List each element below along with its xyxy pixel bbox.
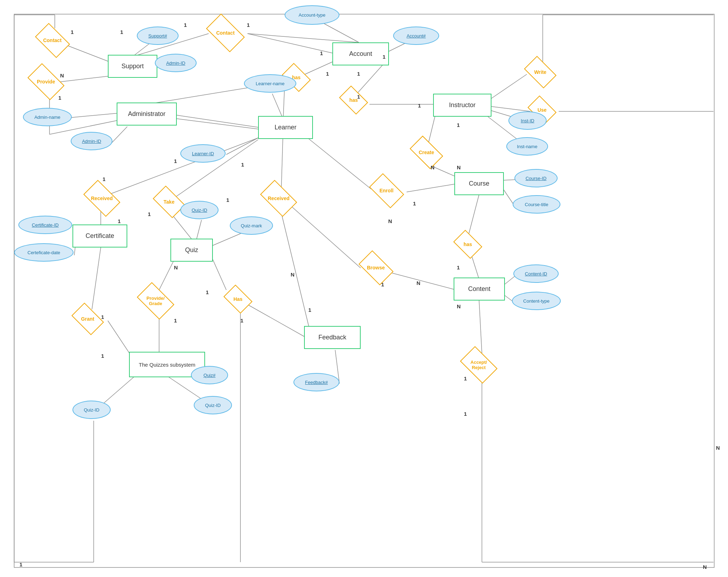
attr-admin-name-label: Admin-name	[34, 115, 60, 120]
entity-content: Content	[454, 278, 505, 301]
attr-certificate-date-label: Certeficate-date	[28, 250, 60, 255]
card-n6: N	[417, 280, 420, 286]
attr-inst-name: Inst-name	[506, 137, 548, 156]
svg-line-51	[290, 205, 361, 268]
relationship-received-left: Received	[81, 186, 123, 211]
relationship-has-quiz-feedback: Has	[222, 288, 254, 310]
card-3: 1	[184, 22, 187, 28]
entity-certificate: Certificate	[72, 225, 127, 247]
entity-administrator-label: Administrator	[128, 110, 165, 118]
attr-quiz-id-take-label: Quiz-ID	[192, 208, 207, 213]
attr-quiz-mark: Quiz-mark	[230, 216, 273, 235]
entity-support: Support	[108, 55, 157, 78]
entity-quiz-label: Quiz	[185, 246, 198, 254]
entity-quizzes-subsystem-label: The Quizzes subsystem	[139, 362, 195, 368]
relationship-write: Write	[523, 60, 558, 84]
card-5: 1	[58, 95, 61, 101]
relationship-received-right: Received	[257, 186, 300, 211]
attr-content-id: Content-ID	[513, 264, 559, 283]
relationship-contact-center: Contact	[203, 19, 247, 46]
attr-admin-id-support: Admin-ID	[155, 54, 197, 72]
attr-course-title-label: Course-title	[525, 202, 548, 207]
relationship-has-course-content: has	[452, 233, 484, 255]
card-10: 1	[383, 54, 385, 60]
svg-line-52	[479, 301, 482, 354]
card-n3: N	[457, 164, 461, 170]
card-23: 1	[226, 197, 229, 203]
attr-account-hash-label: Account#	[407, 33, 426, 39]
svg-line-61	[212, 258, 226, 290]
card-9: 1	[357, 94, 360, 100]
attr-certificate-id-label: Certificate-ID	[32, 222, 59, 228]
card-28: 1	[308, 307, 311, 313]
card-13: 1	[413, 200, 416, 206]
entity-administrator: Administrator	[117, 103, 177, 126]
relationship-enroll: Enroll	[367, 179, 406, 203]
card-22: 1	[174, 158, 177, 164]
svg-line-24	[226, 138, 258, 155]
card-25: 1	[174, 317, 177, 324]
attr-inst-id: Inst-ID	[508, 111, 547, 130]
attr-content-type-label: Content-type	[523, 298, 549, 304]
card-n8: N	[703, 564, 707, 570]
card-2: 1	[120, 29, 123, 35]
attr-support-hash: Support#	[137, 27, 179, 45]
card-27: 1	[240, 317, 243, 324]
entity-instructor: Instructor	[433, 94, 491, 117]
attr-admin-id-support-label: Admin-ID	[166, 60, 185, 66]
card-30: 1	[101, 353, 104, 359]
svg-line-59	[159, 262, 173, 290]
entity-instructor-label: Instructor	[449, 101, 476, 109]
svg-line-46	[468, 194, 479, 235]
card-n1: N	[60, 72, 64, 78]
card-n9: N	[174, 264, 178, 270]
svg-line-29	[196, 220, 202, 240]
attr-inst-id-label: Inst-ID	[521, 118, 534, 123]
card-11: 1	[418, 103, 421, 109]
attr-quiz-id-bottom-center-label: Quiz-ID	[205, 403, 221, 408]
attr-certificate-id: Certificate-ID	[18, 216, 72, 234]
svg-line-57	[92, 247, 101, 309]
card-15: 1	[381, 281, 384, 287]
attr-quiz-mark-label: Quiz-mark	[241, 223, 262, 228]
svg-line-22	[69, 113, 118, 118]
attr-quiz-id-bottom-left: Quiz-ID	[72, 401, 111, 419]
attr-admin-id-administrator-label: Admin-ID	[82, 139, 101, 144]
card-19: 1	[103, 176, 105, 182]
card-24: 1	[241, 162, 244, 168]
attr-feedback-hash: Feedback#	[293, 373, 339, 391]
connection-lines	[0, 0, 728, 577]
entity-learner: Learner	[258, 116, 313, 139]
card-21: 1	[148, 211, 151, 217]
attr-learner-id-label: Learner-ID	[192, 151, 214, 156]
svg-line-44	[502, 180, 516, 180]
entity-course: Course	[454, 172, 504, 195]
svg-line-33	[308, 138, 371, 189]
svg-line-23	[111, 127, 127, 143]
attr-admin-name: Admin-name	[23, 108, 72, 126]
entity-content-label: Content	[468, 285, 490, 293]
svg-line-25	[104, 138, 258, 196]
svg-line-32	[281, 212, 309, 329]
attr-course-id: Course-ID	[514, 169, 558, 187]
entity-quiz: Quiz	[170, 239, 213, 262]
attr-learner-name: Learner-name	[244, 74, 296, 93]
attr-quiz-hash-label: Quiz#	[204, 373, 216, 378]
card-26: 1	[206, 289, 209, 295]
svg-line-34	[407, 184, 456, 192]
attr-learner-name-label: Learner-name	[256, 81, 285, 86]
relationship-browse: Browse	[356, 256, 395, 280]
card-n4: N	[388, 218, 392, 224]
relationship-contact-left: Contact	[31, 28, 74, 53]
attr-certificate-date: Certeficate-date	[14, 243, 74, 262]
card-6: 1	[320, 50, 323, 56]
attr-inst-name-label: Inst-name	[517, 144, 537, 149]
svg-line-21	[175, 118, 258, 129]
attr-admin-id-administrator: Admin-ID	[71, 132, 112, 150]
card-1: 1	[71, 29, 74, 35]
card-14: 1	[457, 264, 460, 270]
attr-learner-id: Learner-ID	[180, 144, 226, 163]
card-20: 1	[118, 218, 121, 224]
relationship-grant: Grant	[70, 307, 105, 331]
entity-feedback-label: Feedback	[318, 334, 346, 341]
